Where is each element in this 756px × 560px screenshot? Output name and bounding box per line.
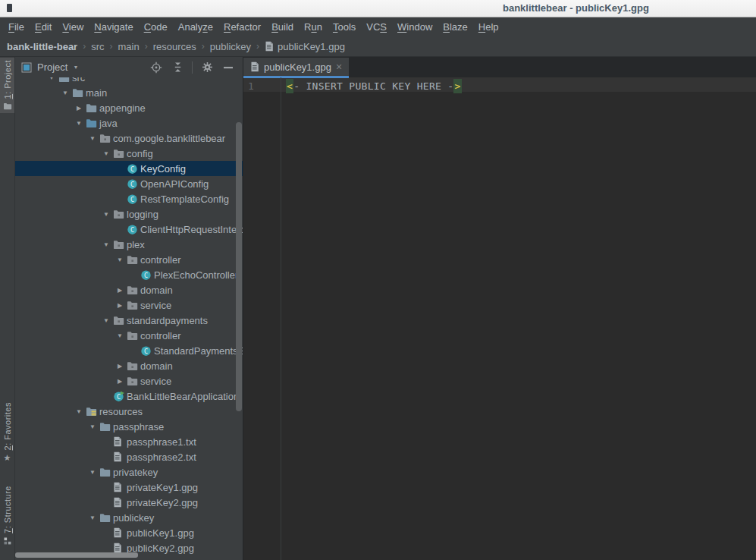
tree-item-src[interactable]: ▼src (15, 77, 243, 85)
breadcrumb-item-src[interactable]: src (91, 41, 104, 52)
menu-item-file[interactable]: File (3, 19, 30, 35)
breadcrumb-item-main[interactable]: main (118, 41, 140, 52)
tree-item-passphrase[interactable]: ▼passphrase (15, 419, 243, 434)
editor-code[interactable]: <- INSERT PUBLIC KEY HERE -> (281, 77, 756, 560)
menu-item-code[interactable]: Code (139, 19, 173, 35)
tool-window-button-structure[interactable]: 7: Structure (0, 483, 14, 548)
menu-item-view[interactable]: View (57, 19, 89, 35)
menu-item-navigate[interactable]: Navigate (89, 19, 138, 35)
main-area: 1: Project 2: Favorites ★ 7: Structure P… (0, 56, 756, 560)
tree-item-java[interactable]: ▼java (15, 115, 243, 131)
chevron-collapsed-icon[interactable]: ▶ (72, 105, 86, 112)
chevron-expanded-icon[interactable]: ▼ (113, 256, 127, 263)
folder-icon (99, 467, 111, 477)
tree-vertical-scrollbar[interactable] (236, 122, 242, 411)
tree-item-controller[interactable]: ▼controller (15, 328, 243, 343)
locate-file-icon[interactable] (148, 60, 165, 75)
chevron-expanded-icon[interactable]: ▼ (58, 90, 72, 96)
tree-item-main[interactable]: ▼main (15, 85, 243, 100)
tree-item-config[interactable]: ▼config (15, 146, 243, 161)
tool-window-button-project[interactable]: 1: Project (0, 58, 14, 113)
class-icon: C (127, 193, 139, 205)
menu-item-help[interactable]: Help (473, 19, 504, 35)
tree-item-resttemplateconfig[interactable]: CRestTemplateConfig (15, 191, 243, 206)
menu-item-analyze[interactable]: Analyze (173, 19, 218, 35)
tree-item-service[interactable]: ▶service (15, 297, 243, 313)
tree-item-service[interactable]: ▶service (15, 373, 243, 389)
tree-item-com-google-banklittlebear[interactable]: ▼com.google.banklittlebear (15, 131, 243, 146)
tree-item-openapiconfig[interactable]: COpenAPIConfig (15, 176, 243, 191)
chevron-collapsed-icon[interactable]: ▶ (113, 287, 127, 294)
breadcrumb-item-publickey[interactable]: publickey (210, 41, 251, 52)
hide-panel-icon[interactable] (220, 60, 237, 75)
svg-text:C: C (117, 392, 121, 400)
menu-item-build[interactable]: Build (266, 19, 299, 35)
chevron-expanded-icon[interactable]: ▼ (45, 77, 58, 81)
tree-item-privatekey1-gpg[interactable]: privateKey1.gpg (15, 480, 243, 495)
svg-text:C: C (144, 347, 148, 354)
chevron-collapsed-icon[interactable]: ▶ (113, 363, 127, 370)
menu-item-tools[interactable]: Tools (328, 19, 361, 35)
gear-icon[interactable] (199, 60, 215, 75)
chevron-expanded-icon[interactable]: ▼ (113, 332, 127, 339)
tree-item-logging[interactable]: ▼logging (15, 206, 243, 222)
chevron-expanded-icon[interactable]: ▼ (86, 423, 99, 430)
chevron-down-icon[interactable]: ▼ (73, 64, 78, 70)
tree-item-publickey1-gpg[interactable]: publicKey1.gpg (15, 525, 243, 540)
tree-item-appengine[interactable]: ▶appengine (15, 100, 243, 115)
tree-item-plexechocontroller[interactable]: CPlexEchoController (15, 267, 243, 282)
tool-window-structure-label: 7: Structure (3, 486, 12, 533)
menu-item-run[interactable]: Run (299, 19, 328, 35)
breadcrumb-item-resources[interactable]: resources (153, 41, 196, 52)
class-icon: C (140, 345, 152, 357)
project-view-icon (20, 60, 33, 75)
chevron-expanded-icon[interactable]: ▼ (99, 241, 113, 248)
tree-item-banklittlebearapplication[interactable]: CBankLittleBearApplication (15, 389, 243, 404)
tree-item-standardpaymentsechocontroller[interactable]: CStandardPaymentsEchoController (15, 343, 243, 358)
tree-item-clienthttprequestinterceptor[interactable]: CClientHttpRequestInterceptor (15, 222, 243, 237)
tree-horizontal-scrollbar[interactable] (15, 552, 138, 558)
tree-item-standardpayments[interactable]: ▼standardpayments (15, 313, 243, 328)
chevron-expanded-icon[interactable]: ▼ (99, 317, 113, 324)
editor-body[interactable]: 1 <- INSERT PUBLIC KEY HERE -> (243, 77, 756, 560)
chevron-collapsed-icon[interactable]: ▶ (113, 302, 127, 309)
menu-item-refactor[interactable]: Refactor (218, 19, 266, 35)
tree-item-passphrase2-txt[interactable]: passphrase2.txt (15, 449, 243, 464)
chevron-expanded-icon[interactable]: ▼ (99, 211, 113, 218)
folder-icon (58, 77, 71, 83)
code-close-bracket: > (453, 79, 461, 93)
menu-item-vcs[interactable]: VCS (361, 19, 392, 35)
menu-bar: FileEditViewNavigateCodeAnalyzeRefactorB… (0, 17, 756, 36)
chevron-expanded-icon[interactable]: ▼ (86, 514, 99, 521)
tool-window-button-favorites[interactable]: 2: Favorites ★ (0, 400, 14, 464)
tree-item-resources[interactable]: ▼resources (15, 404, 243, 419)
menu-item-edit[interactable]: Edit (30, 19, 57, 35)
tree-item-privatekey2-gpg[interactable]: privateKey2.gpg (15, 495, 243, 510)
tree-item-keyconfig[interactable]: CKeyConfig (15, 161, 243, 176)
editor-tab-label: publicKey1.gpg (264, 61, 331, 73)
breadcrumb-file[interactable]: publicKey1.gpg (265, 41, 345, 52)
editor-tab-publickey1[interactable]: publicKey1.gpg × (243, 58, 349, 76)
project-panel-title[interactable]: Project (37, 61, 67, 73)
collapse-all-icon[interactable] (169, 60, 186, 75)
tree-item-domain[interactable]: ▶domain (15, 358, 243, 373)
chevron-expanded-icon[interactable]: ▼ (99, 150, 113, 157)
close-tab-icon[interactable]: × (336, 61, 342, 72)
tree-item-publickey[interactable]: ▼publickey (15, 510, 243, 525)
class-icon: C (127, 163, 139, 175)
tree-item-plex[interactable]: ▼plex (15, 237, 243, 252)
tree-item-privatekey[interactable]: ▼privatekey (15, 464, 243, 480)
tree-item-passphrase1-txt[interactable]: passphrase1.txt (15, 434, 243, 449)
chevron-expanded-icon[interactable]: ▼ (86, 469, 99, 476)
tree-item-domain[interactable]: ▶domain (15, 282, 243, 297)
breadcrumb-root[interactable]: bank-little-bear (7, 41, 77, 52)
menu-item-window[interactable]: Window (392, 19, 438, 35)
chevron-expanded-icon[interactable]: ▼ (86, 135, 99, 142)
chevron-expanded-icon[interactable]: ▼ (72, 408, 86, 415)
tree-item-controller[interactable]: ▼controller (15, 252, 243, 267)
breadcrumb-file-label: publicKey1.gpg (278, 41, 345, 52)
chevron-expanded-icon[interactable]: ▼ (72, 120, 86, 127)
menu-item-blaze[interactable]: Blaze (438, 19, 473, 35)
tree-item-label: privatekey (113, 467, 158, 478)
chevron-collapsed-icon[interactable]: ▶ (113, 378, 127, 385)
